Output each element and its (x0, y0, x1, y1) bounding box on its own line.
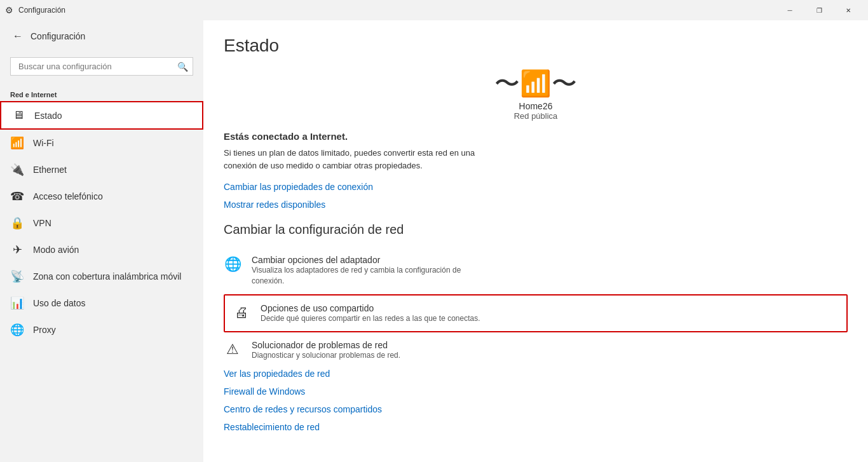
ethernet-icon: 🔌 (10, 163, 24, 177)
restore-button[interactable]: ❐ (804, 0, 834, 20)
links-bottom: Ver las propiedades de redFirewall de Wi… (224, 369, 848, 432)
adapter-icon: 🌐 (224, 256, 241, 273)
titlebar-controls: ─ ❐ ✕ (775, 0, 863, 20)
bottom-link-3[interactable]: Restablecimiento de red (224, 422, 848, 432)
troubleshoot-icon: ⚠ (224, 341, 241, 358)
setting-title-troubleshoot: Solucionador de problemas de red (252, 340, 400, 350)
sidebar-item-wifi[interactable]: 📶Wi-Fi (0, 130, 203, 156)
sidebar-app-title: Configuración (31, 31, 85, 41)
sidebar-item-acceso-telefonico[interactable]: ☎Acceso telefónico (0, 183, 203, 210)
titlebar-title: Configuración (18, 6, 775, 15)
setting-desc-adapter: Visualiza los adaptadores de red y cambi… (252, 265, 487, 287)
sidebar-label-vpn: VPN (33, 218, 51, 228)
uso-datos-icon: 📊 (10, 296, 24, 310)
sidebar-label-ethernet: Ethernet (33, 165, 67, 175)
settings-list: 🌐Cambiar opciones del adaptadorVisualiza… (224, 247, 848, 369)
setting-title-sharing: Opciones de uso compartido (261, 303, 480, 313)
section-heading: Cambiar la configuración de red (224, 222, 848, 237)
sidebar-label-modo-avion: Modo avión (33, 245, 79, 255)
acceso-telefonico-icon: ☎ (10, 189, 24, 203)
sidebar-label-zona-cobertura: Zona con cobertura inalámbrica móvil (33, 271, 181, 282)
connection-name: Home26 (519, 101, 553, 111)
sidebar-label-proxy: Proxy (33, 325, 56, 335)
sidebar-item-ethernet[interactable]: 🔌Ethernet (0, 156, 203, 183)
wifi-icon: 📶 (10, 136, 24, 150)
main-content: Estado 〜📶〜 Home26 Red pública Estás cone… (203, 20, 868, 462)
vpn-icon: 🔒 (10, 216, 24, 230)
sidebar-item-estado[interactable]: 🖥Estado (0, 101, 203, 130)
search-input[interactable] (10, 57, 193, 76)
sidebar-item-proxy[interactable]: 🌐Proxy (0, 316, 203, 343)
estado-icon: 🖥 (11, 109, 25, 122)
bottom-link-2[interactable]: Centro de redes y recursos compartidos (224, 404, 848, 414)
setting-title-adapter: Cambiar opciones del adaptador (252, 255, 487, 265)
minimize-button[interactable]: ─ (775, 0, 804, 20)
zona-cobertura-icon: 📡 (10, 269, 24, 283)
sidebar-item-modo-avion[interactable]: ✈Modo avión (0, 236, 203, 263)
sidebar: ← Configuración 🔍 Red e Internet 🖥Estado… (0, 20, 203, 462)
setting-item-sharing[interactable]: 🖨Opciones de uso compartidoDecide qué qu… (224, 294, 848, 333)
modo-avion-icon: ✈ (10, 243, 24, 257)
search-icon: 🔍 (177, 62, 188, 72)
bottom-link-1[interactable]: Firewall de Windows (224, 386, 848, 397)
titlebar-icon: ⚙ (5, 5, 13, 15)
proxy-icon: 🌐 (10, 323, 24, 337)
connection-info: 〜📶〜 Home26 Red pública (224, 66, 848, 121)
sidebar-nav: 🖥Estado📶Wi-Fi🔌Ethernet☎Acceso telefónico… (0, 101, 203, 343)
sidebar-item-zona-cobertura[interactable]: 📡Zona con cobertura inalámbrica móvil (0, 263, 203, 290)
section-label: Red e Internet (0, 86, 203, 101)
sidebar-label-wifi: Wi-Fi (33, 138, 54, 148)
setting-item-troubleshoot[interactable]: ⚠Solucionador de problemas de redDiagnos… (224, 332, 848, 369)
setting-desc-sharing: Decide qué quieres compartir en las rede… (261, 313, 480, 324)
sidebar-item-vpn[interactable]: 🔒VPN (0, 210, 203, 236)
wifi-large-icon: 〜📶〜 (494, 66, 577, 101)
status-text: Estás conectado a Internet. (224, 131, 848, 142)
back-button[interactable]: ← (10, 28, 25, 44)
page-title: Estado (224, 36, 848, 56)
link-mostrar-redes[interactable]: Mostrar redes disponibles (224, 200, 848, 210)
app-container: ← Configuración 🔍 Red e Internet 🖥Estado… (0, 20, 868, 462)
sidebar-label-estado: Estado (34, 111, 62, 121)
setting-desc-troubleshoot: Diagnosticar y solucionar problemas de r… (252, 350, 400, 361)
status-desc: Si tienes un plan de datos limitado, pue… (224, 147, 497, 172)
close-button[interactable]: ✕ (834, 0, 863, 20)
sidebar-label-uso-datos: Uso de datos (33, 298, 86, 308)
connection-type: Red pública (514, 111, 558, 121)
sidebar-header: ← Configuración (0, 20, 203, 52)
sidebar-label-acceso-telefonico: Acceso telefónico (33, 191, 103, 201)
link-cambiar-propiedades[interactable]: Cambiar las propiedades de conexión (224, 182, 848, 192)
setting-item-adapter[interactable]: 🌐Cambiar opciones del adaptadorVisualiza… (224, 247, 848, 294)
search-box: 🔍 (10, 57, 193, 76)
bottom-link-0[interactable]: Ver las propiedades de red (224, 369, 848, 379)
sidebar-item-uso-datos[interactable]: 📊Uso de datos (0, 290, 203, 316)
titlebar: ⚙ Configuración ─ ❐ ✕ (0, 0, 868, 20)
sharing-icon: 🖨 (233, 304, 250, 321)
